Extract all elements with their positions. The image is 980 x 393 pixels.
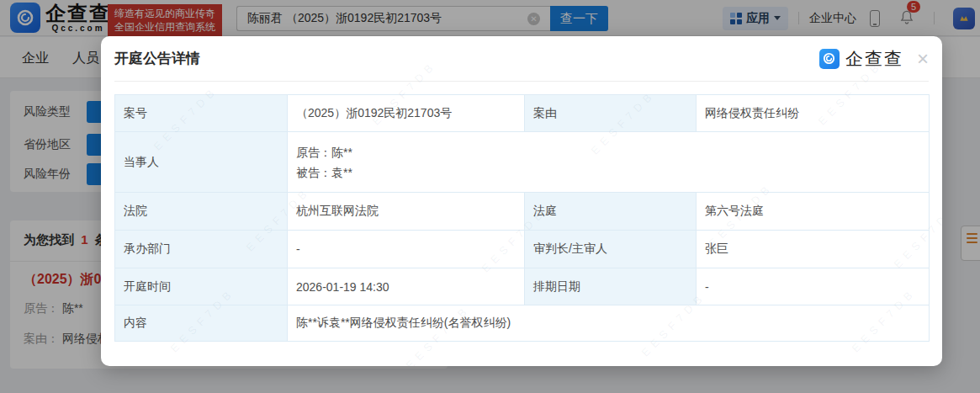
table-row: 当事人 原告：陈** 被告：袁** [115,132,930,193]
cell-label: 法院 [115,193,288,231]
cell-value: - [288,231,525,268]
table-row: 内容 陈**诉袁**网络侵权责任纠纷(名誉权纠纷) [115,305,930,342]
modal-body: 案号 （2025）浙0192民初21703号 案由 网络侵权责任纠纷 当事人 原… [114,94,930,342]
cell-value: （2025）浙0192民初21703号 [288,95,525,132]
cell-label: 排期日期 [525,268,697,305]
cell-label: 承办部门 [115,231,288,268]
cell-label: 案由 [525,95,697,132]
party-line-defendant: 被告：袁** [296,162,922,183]
cell-label: 审判长/主审人 [525,231,697,268]
cell-label: 内容 [115,305,288,342]
qcc-logo-icon [819,49,840,69]
party-line-plaintiff: 原告：陈** [296,142,922,162]
cell-value: 杭州互联网法院 [288,193,525,231]
cell-label: 开庭时间 [115,268,288,305]
cell-value: 原告：陈** 被告：袁** [288,132,930,193]
cell-value: 陈**诉袁**网络侵权责任纠纷(名誉权纠纷) [288,305,930,342]
hearing-detail-modal: EESF7DB EESF7DB EESF7DB EESF7DB EESF7DB … [101,36,942,366]
table-row: 案号 （2025）浙0192民初21703号 案由 网络侵权责任纠纷 [115,95,930,132]
cell-value: 2026-01-19 14:30 [288,268,525,305]
cell-value: 第六号法庭 [697,193,930,231]
modal-brand-name: 企查查 [845,47,903,71]
table-row: 法院 杭州互联网法院 法庭 第六号法庭 [115,193,930,231]
cell-label: 当事人 [115,132,288,193]
table-row: 开庭时间 2026-01-19 14:30 排期日期 - [115,268,930,305]
modal-header: 开庭公告详情 企查查 × [114,36,929,82]
cell-value: 张巨 [697,231,930,268]
modal-title: 开庭公告详情 [114,49,200,68]
cell-label: 案号 [115,95,288,132]
hearing-detail-table: 案号 （2025）浙0192民初21703号 案由 网络侵权责任纠纷 当事人 原… [114,94,930,342]
close-icon[interactable]: × [917,50,929,67]
cell-value: 网络侵权责任纠纷 [697,95,930,132]
modal-header-right: 企查查 × [819,47,929,71]
table-row: 承办部门 - 审判长/主审人 张巨 [115,231,930,268]
cell-value: - [697,268,930,305]
cell-label: 法庭 [525,193,697,231]
